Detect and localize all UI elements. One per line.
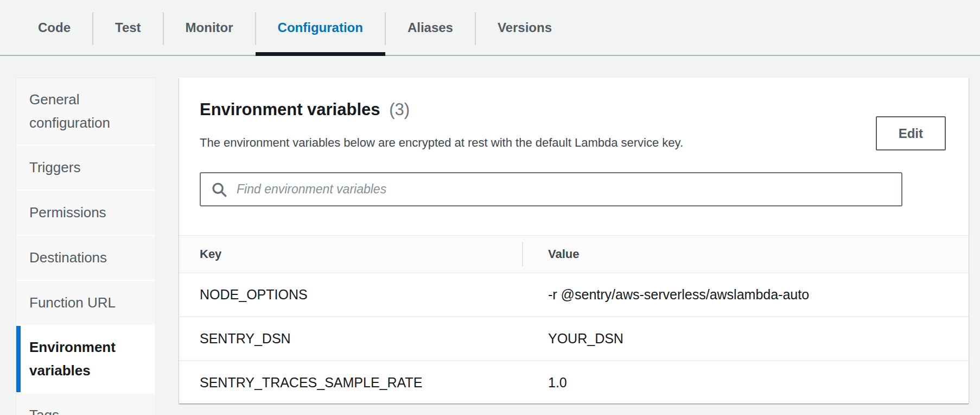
column-header-key: Key — [179, 236, 522, 273]
tab-code[interactable]: Code — [16, 0, 93, 55]
tab-label: Aliases — [408, 20, 453, 35]
tab-aliases[interactable]: Aliases — [385, 0, 475, 55]
env-var-value: 1.0 — [522, 361, 969, 404]
sidebar-item-environment-variables[interactable]: Environment variables — [16, 326, 155, 393]
sidebar-item-label: Function URL — [29, 291, 116, 315]
sidebar-item-label: Destinations — [29, 246, 107, 269]
table-body: NODE_OPTIONS -r @sentry/aws-serverless/a… — [179, 273, 969, 404]
env-var-key: SENTRY_TRACES_SAMPLE_RATE — [179, 361, 522, 404]
tab-monitor[interactable]: Monitor — [163, 0, 256, 55]
sidebar-item-function-url[interactable]: Function URL — [16, 281, 155, 326]
sidebar-item-permissions[interactable]: Permissions — [16, 191, 155, 236]
tab-versions[interactable]: Versions — [475, 0, 574, 55]
table-header: Key Value — [179, 235, 969, 273]
panel-count-badge: (3) — [389, 100, 410, 119]
tab-label: Code — [38, 20, 71, 35]
configuration-sidebar: General configuration Triggers Permissio… — [16, 78, 156, 415]
sidebar-item-triggers[interactable]: Triggers — [16, 146, 155, 191]
tab-label: Versions — [498, 20, 552, 35]
panel-description: The environment variables below are encr… — [200, 135, 948, 150]
env-var-value: -r @sentry/aws-serverless/awslambda-auto — [522, 273, 969, 316]
env-var-key: NODE_OPTIONS — [179, 273, 522, 316]
panel-header: Environment variables (3) Edit The envir… — [179, 98, 969, 206]
environment-variables-panel: Environment variables (3) Edit The envir… — [179, 78, 969, 404]
sidebar-item-tags[interactable]: Tags — [16, 393, 155, 415]
edit-button[interactable]: Edit — [876, 116, 946, 150]
table-row-node-options: NODE_OPTIONS -r @sentry/aws-serverless/a… — [179, 273, 969, 317]
search-icon — [212, 182, 227, 197]
tab-label: Test — [115, 20, 141, 35]
table-row-sentry-traces-sample-rate: SENTRY_TRACES_SAMPLE_RATE 1.0 — [179, 361, 969, 404]
env-var-key: SENTRY_DSN — [179, 317, 522, 360]
search-input[interactable] — [236, 181, 890, 197]
table-row-sentry-dsn: SENTRY_DSN YOUR_DSN — [179, 317, 969, 361]
sidebar-item-label: Environment variables — [29, 336, 142, 382]
tab-configuration[interactable]: Configuration — [256, 0, 385, 55]
tab-label: Configuration — [278, 20, 363, 35]
function-tab-bar: Code Test Monitor Configuration Aliases … — [0, 0, 980, 56]
sidebar-item-general-configuration[interactable]: General configuration — [16, 78, 155, 146]
tab-test[interactable]: Test — [93, 0, 163, 55]
panel-title: Environment variables (3) — [200, 98, 948, 121]
tab-label: Monitor — [186, 20, 233, 35]
sidebar-item-label: Permissions — [29, 201, 106, 224]
sidebar-item-label: General configuration — [29, 88, 142, 135]
column-header-value: Value — [522, 236, 969, 273]
env-var-value: YOUR_DSN — [522, 317, 969, 360]
sidebar-item-label: Triggers — [29, 156, 80, 179]
search-box — [200, 172, 902, 206]
sidebar-item-destinations[interactable]: Destinations — [16, 236, 155, 281]
panel-title-text: Environment variables — [200, 100, 380, 119]
sidebar-item-label: Tags — [29, 404, 59, 415]
